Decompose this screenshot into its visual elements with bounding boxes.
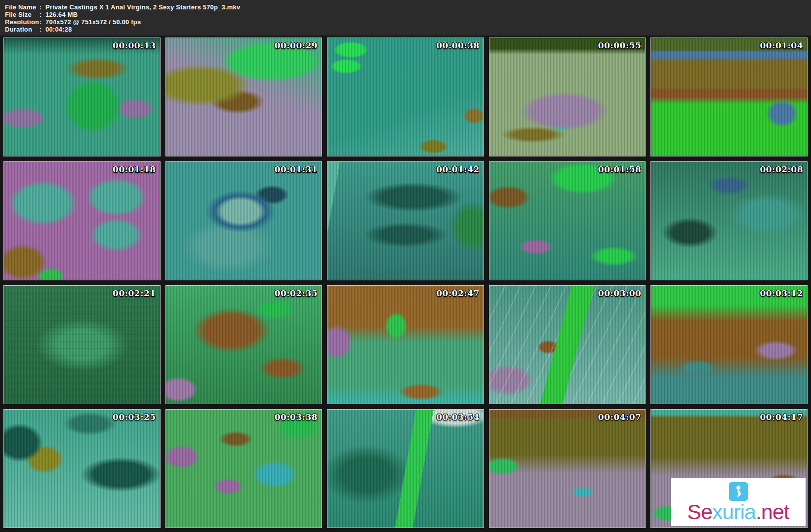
video-thumbnail[interactable]: 00:01:31 [165,161,323,280]
file-info-row: Resolution : 704x572 @ 751x572 / 50.00 f… [5,18,811,26]
timestamp-overlay: 00:00:13 [113,40,156,50]
video-thumbnail[interactable]: 00:03:12 [650,285,808,404]
timestamp-overlay: 00:04:17 [760,412,803,422]
video-thumbnail[interactable]: 00:01:18 [3,161,161,280]
video-thumbnail[interactable]: 00:00:38 [327,38,484,156]
timestamp-overlay: 00:01:58 [598,164,642,174]
file-info-label: Resolution [5,18,40,26]
video-thumbnail[interactable]: 00:03:54 [327,409,484,528]
file-info-value: 126.64 MB [45,11,78,18]
video-thumbnail[interactable]: 00:02:08 [650,161,808,280]
video-thumbnail[interactable]: 00:04:17 Sexuria.net [650,409,808,528]
sexuria-logo-icon [729,482,748,501]
video-thumbnail[interactable]: 00:01:42 [327,161,484,280]
video-thumbnail[interactable]: 00:00:55 [489,38,646,156]
file-info-header: File Name : Private Castings X 1 Anal Vi… [0,0,811,36]
video-thumbnail[interactable]: 00:02:47 [327,285,484,404]
video-thumbnail[interactable]: 00:04:07 [489,409,646,528]
file-info-row: File Size : 126.64 MB [5,11,811,18]
file-info-label: File Name [5,3,40,11]
file-info-row: Duration : 00:04:28 [5,26,811,33]
video-thumbnail[interactable]: 00:02:35 [165,285,323,404]
sexuria-watermark-text: Sexuria.net [687,501,789,523]
timestamp-overlay: 00:00:29 [275,40,318,50]
file-info-value: 704x572 @ 751x572 / 50.00 fps [45,18,141,26]
video-thumbnail[interactable]: 00:00:29 [165,38,323,156]
timestamp-overlay: 00:00:55 [598,40,642,50]
timestamp-overlay: 00:03:12 [760,288,803,298]
timestamp-overlay: 00:04:07 [598,412,642,422]
file-info-separator: : [40,18,45,26]
timestamp-overlay: 00:03:38 [275,412,318,422]
timestamp-overlay: 00:03:25 [113,412,156,422]
timestamp-overlay: 00:02:08 [760,164,803,174]
video-thumbnail[interactable]: 00:01:04 [650,38,808,156]
file-info-separator: : [40,26,45,33]
timestamp-overlay: 00:01:42 [436,164,480,174]
timestamp-overlay: 00:01:18 [113,164,156,174]
file-info-value: Private Castings X 1 Anal Virgins, 2 Sex… [45,3,240,11]
timestamp-overlay: 00:03:54 [436,412,480,422]
video-thumbnail[interactable]: 00:03:38 [165,409,323,528]
video-thumbnail[interactable]: 00:03:25 [3,409,161,528]
file-info-separator: : [40,3,45,11]
file-info-label: File Size [5,11,40,18]
sexuria-watermark[interactable]: Sexuria.net [671,478,806,526]
video-thumbnail[interactable]: 00:02:21 [3,285,161,404]
timestamp-overlay: 00:02:35 [275,288,318,298]
file-info-row: File Name : Private Castings X 1 Anal Vi… [5,3,811,11]
timestamp-overlay: 00:02:21 [113,288,156,298]
timestamp-overlay: 00:03:00 [598,288,642,298]
video-thumbnail[interactable]: 00:03:00 [489,285,646,404]
file-info-label: Duration [5,26,40,33]
timestamp-overlay: 00:01:31 [275,164,318,174]
thumbnail-grid: 00:00:13 00:00:29 00:00:38 00:00:55 00:0… [0,36,811,528]
file-info-value: 00:04:28 [45,26,72,33]
video-thumbnail[interactable]: 00:00:13 [3,38,161,156]
timestamp-overlay: 00:00:38 [436,40,480,50]
timestamp-overlay: 00:02:47 [436,288,480,298]
video-thumbnail[interactable]: 00:01:58 [489,161,646,280]
file-info-separator: : [40,11,45,18]
timestamp-overlay: 00:01:04 [760,40,803,50]
